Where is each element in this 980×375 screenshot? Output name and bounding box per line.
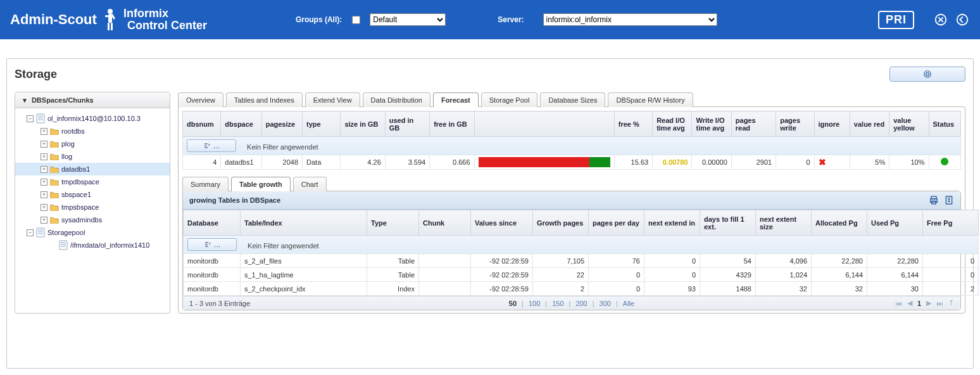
brand-sub: Informix Control Center: [123, 8, 207, 32]
tab-tables-and-indexes[interactable]: Tables and Indexes: [226, 92, 303, 107]
expand-icon[interactable]: +: [41, 153, 47, 160]
table-row[interactable]: monitordbs_2_af_filesTable-92 02:28:597,…: [184, 254, 979, 268]
tab-forecast[interactable]: Forecast: [433, 92, 479, 107]
tree-node-tmpsbspace[interactable]: +tmpsbspace: [15, 201, 170, 213]
expand-icon[interactable]: +: [41, 191, 47, 198]
export-icon[interactable]: [944, 195, 954, 205]
col-header[interactable]: used in GB: [385, 111, 429, 137]
sidebar-header[interactable]: ▼ DBSpaces/Chunks: [15, 92, 170, 108]
collapse-icon[interactable]: −: [27, 115, 34, 122]
tree-node-sbspace1[interactable]: +sbspace1: [15, 188, 170, 201]
col-header[interactable]: Read I/O time avg: [653, 111, 692, 137]
next-page-icon[interactable]: ▶: [926, 299, 931, 307]
tab-dbspace-r-w-history[interactable]: DBSpace R/W History: [608, 92, 693, 107]
cell: 4329: [700, 268, 756, 282]
col-header[interactable]: next extend in: [644, 210, 700, 236]
page-size-option[interactable]: 100: [529, 300, 540, 307]
col-header[interactable]: pagesize: [261, 111, 302, 137]
col-header[interactable]: Values since: [471, 210, 533, 236]
tab-data-distribution[interactable]: Data Distribution: [363, 92, 430, 107]
pager: 1 - 3 von 3 Einträge 50|100|150|200|300|…: [183, 296, 960, 310]
col-header[interactable]: Database: [184, 210, 241, 236]
back-icon[interactable]: [955, 12, 970, 27]
page-size-option[interactable]: 300: [600, 300, 611, 307]
tree-node-ol-informix1410-10-100-10-3[interactable]: −ol_informix1410@10.100.10.3: [15, 112, 170, 125]
server-select[interactable]: informix:ol_informix: [543, 13, 717, 26]
tree-node-plog[interactable]: +plog: [15, 137, 170, 150]
page-size-option[interactable]: 50: [509, 300, 517, 307]
tree-node-storagepool[interactable]: −Storagepool: [15, 226, 170, 239]
table-row[interactable]: 4datadbs12048Data4.263.5940.66615.630.00…: [183, 155, 961, 170]
col-header[interactable]: Free Pg: [923, 210, 979, 236]
col-header[interactable]: Type: [367, 210, 419, 236]
col-header[interactable]: days to fill 1 ext.: [700, 210, 756, 236]
col-header[interactable]: next extent size: [756, 210, 812, 236]
col-header[interactable]: dbsnum: [183, 111, 221, 137]
dbspace-filter-button[interactable]: …: [187, 139, 236, 152]
tab-forecast-pane: dbsnumdbspacepagesizetypesize in GBused …: [178, 106, 965, 314]
tab-overview[interactable]: Overview: [178, 92, 223, 107]
col-header[interactable]: pages write: [776, 111, 814, 137]
subtab-summary[interactable]: Summary: [182, 177, 229, 191]
tab-storage-pool[interactable]: Storage Pool: [481, 92, 538, 107]
tree-node-datadbs1[interactable]: +datadbs1: [15, 163, 170, 175]
expand-icon[interactable]: +: [41, 179, 47, 186]
tree-label: tmpdbspace: [61, 178, 99, 186]
groups-checkbox[interactable]: [352, 16, 360, 24]
sidebar-title: DBSpaces/Chunks: [32, 96, 94, 104]
col-header[interactable]: Write I/O time avg: [692, 111, 731, 137]
tree-node-llog[interactable]: +llog: [15, 150, 170, 163]
expand-icon[interactable]: +: [41, 141, 47, 148]
col-header[interactable]: Used Pg: [867, 210, 923, 236]
page-size-option[interactable]: Alle: [623, 300, 634, 307]
prev-page-icon[interactable]: ◀: [907, 299, 912, 307]
cell: 0: [644, 268, 700, 282]
cell: 54: [700, 254, 756, 268]
col-header[interactable]: value red: [850, 111, 889, 137]
col-header[interactable]: pages per day: [589, 210, 644, 236]
print-icon[interactable]: [929, 195, 939, 205]
tree-node-tmpdbspace[interactable]: +tmpdbspace: [15, 175, 170, 188]
table-row[interactable]: monitordbs_1_ha_lagtimeTable-92 02:28:59…: [184, 268, 979, 282]
col-header[interactable]: Status: [929, 111, 960, 137]
col-header[interactable]: Allocated Pg: [812, 210, 867, 236]
col-header[interactable]: dbspace: [221, 111, 261, 137]
page-size-option[interactable]: 200: [575, 300, 587, 307]
col-header[interactable]: ignore: [814, 111, 850, 137]
col-header[interactable]: free in GB: [430, 111, 474, 137]
ignore-x-icon[interactable]: ✖: [819, 157, 826, 167]
col-header[interactable]: Chunk: [419, 210, 471, 236]
col-header[interactable]: size in GB: [341, 111, 385, 137]
col-header[interactable]: type: [303, 111, 341, 137]
col-header[interactable]: [474, 111, 614, 137]
last-page-icon[interactable]: ⏭: [936, 300, 943, 307]
tree-node--ifmxdata-ol-informix1410[interactable]: /ifmxdata/ol_informix1410: [15, 239, 170, 251]
expand-icon[interactable]: +: [41, 166, 47, 173]
pager-up-icon[interactable]: ⤒: [948, 299, 954, 307]
expand-icon[interactable]: +: [41, 128, 47, 135]
growth-filter-button[interactable]: …: [187, 238, 237, 251]
tree-node-rootdbs[interactable]: +rootdbs: [15, 125, 170, 137]
subtab-chart[interactable]: Chart: [293, 177, 327, 191]
tree-node-sysadmindbs[interactable]: +sysadmindbs: [15, 213, 170, 226]
col-header[interactable]: Growth pages: [533, 210, 589, 236]
server-label: Server:: [498, 15, 524, 24]
refresh-cancel-icon[interactable]: [933, 12, 948, 27]
first-page-icon[interactable]: ⏮: [895, 300, 902, 307]
svg-rect-14: [37, 228, 44, 237]
collapse-icon[interactable]: −: [27, 229, 34, 236]
col-header[interactable]: Table/Index: [241, 210, 367, 236]
col-header[interactable]: free %: [614, 111, 652, 137]
table-row[interactable]: monitordbs_2_checkpoint_idxIndex-92 02:2…: [184, 282, 979, 296]
subtab-table-growth[interactable]: Table growth: [231, 177, 291, 191]
expand-icon[interactable]: +: [41, 217, 47, 224]
expand-icon[interactable]: +: [41, 204, 47, 211]
tab-extend-view[interactable]: Extend View: [305, 92, 360, 107]
folder-icon: [50, 139, 59, 148]
col-header[interactable]: value yellow: [889, 111, 929, 137]
groups-select[interactable]: Default: [370, 13, 446, 26]
col-header[interactable]: pages read: [731, 111, 776, 137]
help-button[interactable]: [889, 67, 965, 82]
tab-database-sizes[interactable]: Database Sizes: [540, 92, 605, 107]
page-size-option[interactable]: 150: [552, 300, 563, 307]
